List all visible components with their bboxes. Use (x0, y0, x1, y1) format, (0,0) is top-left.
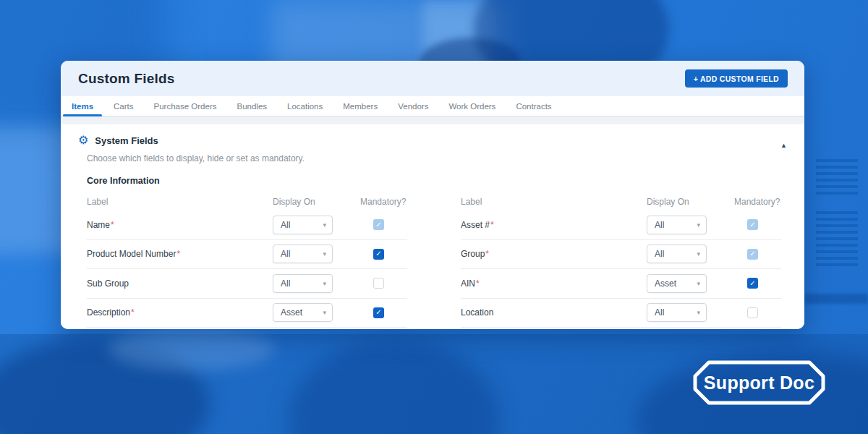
select-value: All (655, 220, 664, 230)
background-person-silhouette (289, 340, 499, 434)
select-value: All (655, 307, 664, 318)
check-icon: ✓ (375, 221, 381, 229)
field-label: AIN* (461, 278, 647, 289)
field-label: Description* (87, 307, 273, 318)
ain-mandatory-checkbox[interactable]: ✓ (747, 278, 758, 289)
tab-carts[interactable]: Carts (103, 96, 143, 116)
add-custom-field-button[interactable]: + ADD CUSTOM FIELD (685, 69, 788, 88)
field-label: Sub Group (87, 278, 273, 289)
chevron-down-icon: ▾ (697, 309, 700, 316)
required-asterisk: * (111, 220, 114, 230)
tab-locations[interactable]: Locations (277, 96, 333, 116)
field-label: Product Model Number* (87, 249, 273, 259)
field-row-description: Description*Asset▾✓ (87, 299, 407, 328)
tab-bundles[interactable]: Bundles (226, 96, 277, 116)
check-icon: ✓ (749, 221, 755, 229)
column-header-mandatory: Mandatory? (360, 197, 407, 207)
section-description: Choose which fields to display, hide or … (87, 153, 804, 163)
section-title: System Fields (95, 135, 158, 146)
asset-display-on-select[interactable]: All▾ (647, 216, 707, 234)
required-asterisk: * (476, 278, 480, 289)
name-display-on-select[interactable]: All▾ (273, 216, 333, 234)
chevron-down-icon: ▾ (323, 309, 326, 316)
field-label: Name* (87, 220, 273, 230)
field-label: Asset #* (461, 220, 647, 230)
background-person-silhouette (0, 339, 210, 434)
check-icon: ✓ (749, 280, 755, 287)
field-column-left: LabelDisplay OnMandatory?Name*All▾✓Produ… (87, 192, 407, 328)
asset-mandatory-checkbox: ✓ (747, 219, 758, 230)
chevron-down-icon: ▾ (697, 250, 700, 258)
tab-contracts[interactable]: Contracts (506, 96, 561, 116)
select-value: All (281, 249, 290, 259)
field-row-name: Name*All▾✓ (87, 210, 407, 240)
select-value: All (281, 220, 290, 230)
required-asterisk: * (485, 249, 489, 259)
field-label: Location (461, 307, 647, 318)
field-row-group: Group*All▾✓ (461, 240, 781, 270)
field-row-location: LocationAll▾ (461, 299, 781, 328)
column-header-row: LabelDisplay OnMandatory? (461, 192, 781, 210)
sub-group-mandatory-checkbox[interactable] (373, 278, 384, 289)
chevron-down-icon: ▾ (697, 280, 700, 287)
collapse-caret-icon[interactable]: ▲ (780, 142, 787, 149)
chevron-down-icon: ▾ (323, 280, 326, 287)
field-label: Group* (461, 249, 647, 259)
group-title: Core Information (87, 176, 804, 186)
required-asterisk: * (176, 249, 180, 259)
tab-members[interactable]: Members (333, 96, 388, 116)
tab-vendors[interactable]: Vendors (388, 96, 438, 116)
column-header-mandatory: Mandatory? (734, 197, 781, 207)
location-mandatory-checkbox[interactable] (747, 307, 758, 318)
check-icon: ✓ (375, 309, 381, 316)
ain-display-on-select[interactable]: Asset▾ (647, 274, 707, 293)
background-shape (804, 294, 868, 304)
check-icon: ✓ (375, 250, 381, 258)
column-header-label: Label (87, 197, 273, 207)
chevron-down-icon: ▾ (323, 250, 326, 258)
location-display-on-select[interactable]: All▾ (647, 303, 707, 322)
column-header-display-on: Display On (647, 197, 734, 207)
check-icon: ✓ (749, 250, 755, 258)
page-background: Custom Fields + ADD CUSTOM FIELD ItemsCa… (0, 0, 868, 434)
column-header-row: LabelDisplay OnMandatory? (87, 192, 407, 210)
select-value: Asset (281, 307, 302, 318)
background-document-lines (816, 159, 858, 195)
field-column-right: LabelDisplay OnMandatory?Asset #*All▾✓Gr… (461, 192, 781, 328)
gear-icon: ⚙ (78, 135, 88, 146)
description-display-on-select[interactable]: Asset▾ (273, 303, 333, 322)
tab-items[interactable]: Items (61, 96, 103, 116)
sub-group-display-on-select[interactable]: All▾ (273, 274, 333, 293)
required-asterisk: * (131, 307, 135, 318)
column-header-label: Label (461, 197, 647, 207)
tab-work-orders[interactable]: Work Orders (438, 96, 506, 116)
badge-label: Support Doc (693, 360, 825, 405)
tabs: ItemsCartsPurchase OrdersBundlesLocation… (61, 96, 804, 116)
tab-strip-divider (61, 116, 804, 124)
field-row-sub-group: Sub GroupAll▾ (87, 269, 407, 299)
card-header: Custom Fields + ADD CUSTOM FIELD (61, 61, 804, 96)
page-title: Custom Fields (78, 71, 175, 87)
field-columns: LabelDisplay OnMandatory?Name*All▾✓Produ… (87, 192, 781, 328)
field-row-ain: AIN*Asset▾✓ (461, 269, 781, 299)
group-display-on-select[interactable]: All▾ (647, 244, 707, 263)
select-value: Asset (655, 278, 676, 289)
product-model-number-display-on-select[interactable]: All▾ (273, 244, 333, 263)
section-header: ⚙ System Fields (78, 135, 804, 146)
product-model-number-mandatory-checkbox[interactable]: ✓ (373, 249, 384, 260)
background-document-lines (816, 211, 858, 268)
field-row-asset: Asset #*All▾✓ (461, 210, 781, 240)
background-shape (109, 327, 275, 370)
description-mandatory-checkbox[interactable]: ✓ (373, 307, 384, 318)
name-mandatory-checkbox: ✓ (373, 219, 384, 230)
chevron-down-icon: ▾ (697, 221, 700, 229)
select-value: All (655, 249, 664, 259)
system-fields-section: ⚙ System Fields ▲ Choose which fields to… (61, 124, 804, 329)
column-header-display-on: Display On (273, 197, 360, 207)
chevron-down-icon: ▾ (323, 221, 326, 229)
custom-fields-card: Custom Fields + ADD CUSTOM FIELD ItemsCa… (61, 61, 804, 329)
group-mandatory-checkbox: ✓ (747, 249, 758, 260)
required-asterisk: * (490, 220, 494, 230)
support-doc-badge: Support Doc (693, 360, 825, 405)
tab-purchase-orders[interactable]: Purchase Orders (144, 96, 227, 116)
